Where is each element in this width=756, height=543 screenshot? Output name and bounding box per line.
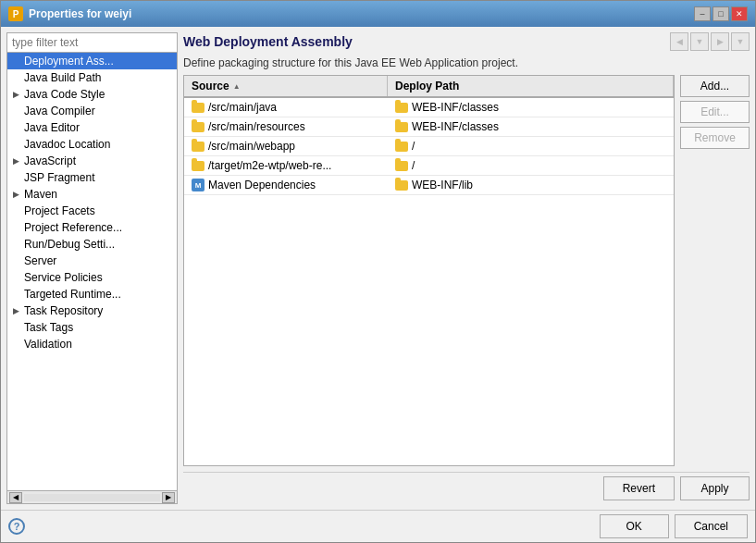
apply-button[interactable]: Apply [680,476,750,500]
nav-forward-button[interactable]: ▶ [711,32,729,51]
scroll-right-button[interactable]: ▶ [162,492,175,503]
panel-title: Web Deployment Assembly [183,34,353,49]
nav-back-dropdown[interactable]: ▼ [690,32,709,51]
deploy-cell: WEB-INF/classes [388,98,674,117]
tree-item-label: Service Policies [24,271,103,284]
table-header: Source ▲ Deploy Path [184,76,674,98]
folder-icon [192,142,204,152]
right-panel: Web Deployment Assembly ◀ ▼ ▶ ▼ Define p… [183,32,750,504]
filter-input[interactable] [7,33,177,53]
main-area: Source ▲ Deploy Path /src/main/javaWEB-I… [183,75,750,466]
deploy-text: WEB-INF/classes [412,120,499,133]
column-header-source: Source ▲ [184,76,388,96]
tree-item-label: Project Facets [24,204,95,217]
title-bar-left: P Properties for weiyi [8,6,131,21]
folder-icon [192,161,204,171]
source-cell: /src/main/webapp [184,137,388,155]
remove-button[interactable]: Remove [680,127,750,149]
table-body: /src/main/javaWEB-INF/classes/src/main/r… [184,98,674,465]
revert-button[interactable]: Revert [603,476,675,500]
deploy-folder-icon [395,180,408,191]
tree-item[interactable]: Deployment Ass... [7,53,177,69]
scroll-track[interactable] [24,494,160,501]
tree-arrow-icon: ▶ [13,156,22,166]
scroll-left-button[interactable]: ◀ [9,492,22,503]
deploy-cell: WEB-INF/lib [388,176,674,194]
tree-item[interactable]: Run/Debug Setti... [7,236,177,253]
source-text: /target/m2e-wtp/web-re... [208,159,331,172]
tree-item[interactable]: Java Build Path [7,69,177,86]
tree-item-label: JavaScript [24,154,76,167]
tree-item-label: Java Build Path [24,71,101,84]
left-panel: Deployment Ass...Java Build Path▶Java Co… [6,32,178,504]
deploy-text: / [412,159,415,172]
tree-item[interactable]: Task Tags [7,319,177,336]
tree-item[interactable]: Project Reference... [7,219,177,236]
tree-arrow-icon: ▶ [13,190,22,199]
close-button[interactable]: ✕ [731,6,748,21]
nav-back-button[interactable]: ◀ [670,32,688,51]
tree-item[interactable]: Javadoc Location [7,136,177,153]
help-button[interactable]: ? [8,518,25,535]
tree-item-label: Task Tags [24,321,73,334]
dialog-content: Deployment Ass...Java Build Path▶Java Co… [1,27,755,510]
ok-button[interactable]: OK [600,514,669,538]
tree-arrow-icon: ▶ [13,306,22,315]
column-header-deploy: Deploy Path [388,76,674,96]
tree-item[interactable]: Project Facets [7,203,177,219]
tree-item[interactable]: Targeted Runtime... [7,286,177,302]
minimize-button[interactable]: – [694,6,711,21]
folder-icon [192,103,204,113]
tree-item[interactable]: Service Policies [7,269,177,286]
tree-item[interactable]: Server [7,253,177,269]
tree-item-label: Java Code Style [24,88,105,101]
tree-area: Deployment Ass...Java Build Path▶Java Co… [7,53,177,490]
tree-item-label: Server [24,254,56,267]
table-row[interactable]: /src/main/javaWEB-INF/classes [184,98,674,117]
table-container: Source ▲ Deploy Path /src/main/javaWEB-I… [183,75,675,466]
deploy-text: / [412,140,415,153]
tree-item[interactable]: ▶Task Repository [7,302,177,319]
nav-arrows: ◀ ▼ ▶ ▼ [670,32,750,51]
tree-item-label: Validation [24,338,72,351]
tree-item[interactable]: Java Editor [7,119,177,136]
source-cell: /src/main/java [184,98,388,117]
table-row[interactable]: MMaven DependenciesWEB-INF/lib [184,176,674,195]
properties-dialog: P Properties for weiyi – □ ✕ Deployment … [0,0,756,543]
table-row[interactable]: /src/main/resourcesWEB-INF/classes [184,117,674,137]
app-icon: P [8,6,23,21]
add-button[interactable]: Add... [680,75,750,97]
horizontal-scrollbar: ◀ ▶ [7,490,177,503]
tree-item-label: Run/Debug Setti... [24,238,115,251]
tree-item-label: Java Compiler [24,105,95,117]
source-cell: MMaven Dependencies [184,176,388,194]
table-row[interactable]: /target/m2e-wtp/web-re.../ [184,156,674,176]
footer-right: OK Cancel [600,514,748,538]
tree-item-label: Task Repository [24,304,103,317]
tree-item[interactable]: Validation [7,336,177,352]
tree-item[interactable]: ▶Java Code Style [7,86,177,103]
deploy-folder-icon [395,161,408,171]
tree-item-label: Deployment Ass... [24,55,114,68]
deploy-folder-icon [395,122,408,132]
folder-icon [192,122,204,132]
tree-item-label: Targeted Runtime... [24,288,121,301]
nav-forward-dropdown[interactable]: ▼ [731,32,750,51]
bottom-buttons: Revert Apply [183,472,750,504]
tree-item-label: JSP Fragment [24,171,94,184]
tree-item-label: Javadoc Location [24,138,110,151]
deploy-cell: / [388,156,674,175]
tree-item[interactable]: ▶Maven [7,186,177,203]
deploy-folder-icon [395,103,408,113]
tree-item[interactable]: ▶JavaScript [7,153,177,169]
tree-item[interactable]: JSP Fragment [7,169,177,186]
cancel-button[interactable]: Cancel [675,514,748,538]
maximize-button[interactable]: □ [713,6,729,21]
edit-button[interactable]: Edit... [680,101,750,123]
source-text: Maven Dependencies [208,179,316,191]
dialog-title: Properties for weiyi [29,7,131,20]
tree-item[interactable]: Java Compiler [7,103,177,119]
table-row[interactable]: /src/main/webapp/ [184,137,674,156]
deploy-cell: WEB-INF/classes [388,117,674,136]
source-cell: /src/main/resources [184,117,388,136]
